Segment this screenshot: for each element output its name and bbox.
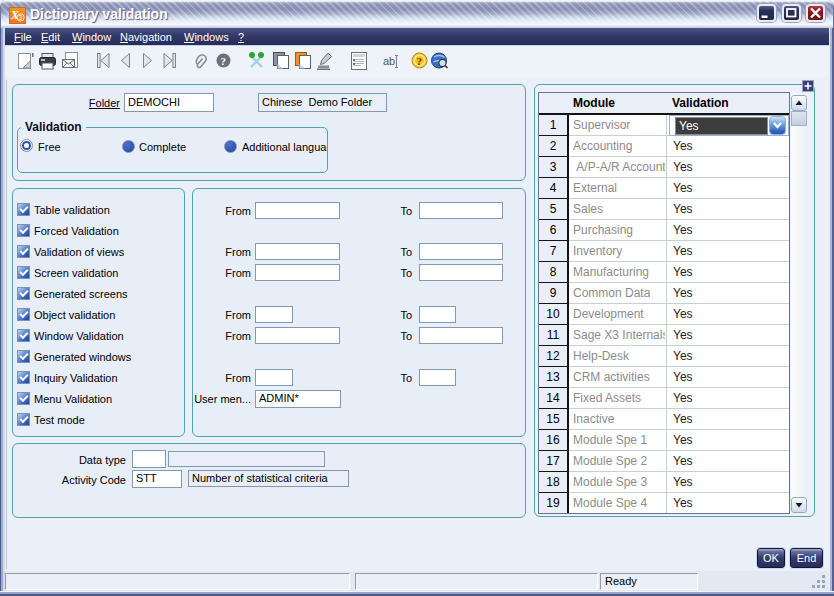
- svg-text:ab: ab: [383, 55, 395, 67]
- svg-text:?: ?: [417, 55, 423, 67]
- svg-text:3: 3: [19, 14, 23, 21]
- svg-text:?: ?: [221, 55, 227, 67]
